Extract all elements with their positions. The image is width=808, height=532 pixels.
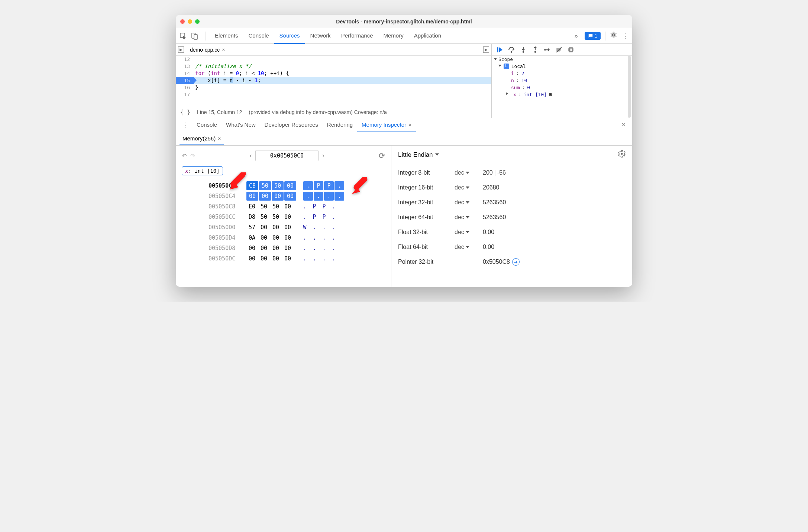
hex-ascii-char[interactable]: . [310, 223, 319, 232]
hex-ascii-char[interactable]: . [334, 192, 344, 201]
line-number[interactable]: 13 [176, 63, 194, 70]
tab-sources[interactable]: Sources [274, 28, 305, 44]
close-icon[interactable]: × [408, 122, 411, 128]
address-input[interactable] [255, 150, 319, 161]
hex-ascii-char[interactable]: . [329, 244, 339, 253]
hex-ascii-char[interactable]: . [300, 213, 310, 221]
hex-ascii-char[interactable]: W [300, 223, 310, 232]
hex-byte[interactable]: 50 [270, 202, 282, 211]
next-page-icon[interactable]: › [322, 152, 324, 159]
hex-row[interactable]: 005050D40A000000.... [209, 233, 388, 243]
hex-byte[interactable]: 00 [258, 223, 270, 232]
tab-console[interactable]: Console [243, 28, 274, 44]
endian-selector[interactable]: Little Endian [398, 151, 439, 159]
hex-ascii-char[interactable]: P [319, 202, 329, 211]
drawer-tab-developer-resources[interactable]: Developer Resources [260, 118, 323, 132]
kebab-menu-icon[interactable]: ⋮ [622, 32, 628, 40]
hex-row[interactable]: 005050D800000000.... [209, 243, 388, 253]
hex-byte[interactable]: 00 [258, 233, 270, 242]
line-number[interactable]: 16 [176, 84, 194, 91]
hex-ascii-char[interactable]: . [329, 223, 339, 232]
hex-ascii-char[interactable]: P [310, 202, 319, 211]
hex-byte[interactable]: 00 [246, 192, 258, 201]
tab-performance[interactable]: Performance [336, 28, 378, 44]
code-line[interactable]: 16} [176, 84, 491, 91]
settings-icon[interactable] [618, 150, 626, 159]
step-into-icon[interactable] [520, 46, 527, 53]
hex-row[interactable]: 005050D057000000W... [209, 222, 388, 233]
format-selector[interactable]: dec [455, 184, 483, 191]
hex-ascii-char[interactable]: P [310, 213, 319, 221]
navigator-toggle-icon[interactable]: ▶ [178, 46, 184, 53]
line-number[interactable]: 12 [176, 56, 194, 63]
hex-byte[interactable]: 00 [246, 254, 258, 263]
debugger-side-toggle-icon[interactable]: ▶ [483, 46, 489, 53]
hex-ascii-char[interactable]: . [303, 181, 313, 190]
hex-byte[interactable]: C8 [246, 181, 258, 190]
code-line[interactable]: 12 [176, 56, 491, 63]
memory-tab[interactable]: Memory(256) × [180, 133, 224, 145]
hex-byte[interactable]: 0A [246, 233, 258, 242]
hex-ascii-char[interactable]: . [310, 254, 319, 263]
hex-byte[interactable]: 50 [272, 181, 284, 190]
hex-ascii-char[interactable]: . [319, 244, 329, 253]
drawer-tab-memory-inspector[interactable]: Memory Inspector× [357, 118, 416, 132]
hex-ascii-char[interactable]: . [314, 192, 323, 201]
hex-ascii-char[interactable]: . [310, 244, 319, 253]
hex-ascii-char[interactable]: . [329, 202, 339, 211]
hex-row[interactable]: 005050C8E0505000.PP. [209, 201, 388, 212]
undo-icon[interactable]: ↶ [182, 152, 187, 159]
hex-ascii-char[interactable]: . [319, 223, 329, 232]
hex-byte[interactable]: 00 [246, 244, 258, 253]
hex-ascii-char[interactable]: . [329, 233, 339, 242]
code-line[interactable]: 14for (int i = 0; i < 10; ++i) { [176, 70, 491, 77]
hex-ascii-char[interactable]: . [300, 202, 310, 211]
hex-byte[interactable]: 00 [282, 213, 294, 221]
issues-badge[interactable]: 1 [585, 32, 601, 40]
hex-byte[interactable]: 00 [270, 244, 282, 253]
jump-to-pointer-icon[interactable]: ➔ [512, 258, 520, 266]
close-icon[interactable]: × [218, 136, 221, 142]
scope-local[interactable]: LLocal [492, 63, 632, 70]
scrollbar[interactable] [628, 56, 631, 118]
hex-ascii-char[interactable]: . [300, 254, 310, 263]
hex-byte[interactable]: E0 [246, 202, 258, 211]
hex-ascii-char[interactable]: . [300, 244, 310, 253]
settings-icon[interactable] [610, 31, 617, 40]
hex-ascii-char[interactable]: . [310, 233, 319, 242]
hex-byte[interactable]: 00 [258, 244, 270, 253]
hex-ascii-char[interactable]: . [334, 181, 344, 190]
tab-elements[interactable]: Elements [210, 28, 243, 44]
hex-ascii-char[interactable]: . [319, 233, 329, 242]
code-line[interactable]: 15 x[i] = n - i - 1; [176, 77, 491, 84]
scope-variable[interactable]: x: int [10] ⊞ [492, 91, 632, 98]
hex-byte[interactable]: 57 [246, 223, 258, 232]
pretty-print-icon[interactable]: { } [180, 109, 190, 116]
object-chip[interactable]: x: int [10] [182, 166, 223, 175]
step-icon[interactable] [544, 46, 550, 53]
resume-icon[interactable] [496, 46, 503, 53]
step-over-icon[interactable] [508, 46, 515, 53]
line-number[interactable]: 17 [176, 91, 194, 98]
hex-ascii-char[interactable]: P [314, 181, 323, 190]
reveal-in-memory-icon[interactable]: ⊞ [549, 92, 552, 97]
format-selector[interactable]: dec [455, 244, 483, 250]
code-line[interactable]: 13/* initialize x */ [176, 63, 491, 70]
tab-memory[interactable]: Memory [378, 28, 409, 44]
hex-byte[interactable]: 50 [258, 202, 270, 211]
hex-byte[interactable]: 00 [272, 192, 284, 201]
drawer-tab-console[interactable]: Console [192, 118, 222, 132]
code-editor[interactable]: 1213/* initialize x */14for (int i = 0; … [176, 56, 491, 106]
hex-byte[interactable]: 00 [282, 244, 294, 253]
hex-ascii-char[interactable]: . [303, 192, 313, 201]
hex-ascii-char[interactable]: . [319, 254, 329, 263]
hex-byte[interactable]: 00 [259, 192, 271, 201]
more-tabs-icon[interactable]: » [572, 33, 580, 39]
drawer-tab-what-s-new[interactable]: What's New [222, 118, 260, 132]
hex-byte[interactable]: 00 [282, 233, 294, 242]
scope-variable[interactable]: sum: 0 [492, 84, 632, 91]
hex-byte[interactable]: 00 [284, 192, 296, 201]
minimize-window-button[interactable] [188, 19, 192, 24]
inspect-element-icon[interactable] [180, 32, 187, 40]
code-line[interactable]: 17 [176, 91, 491, 98]
